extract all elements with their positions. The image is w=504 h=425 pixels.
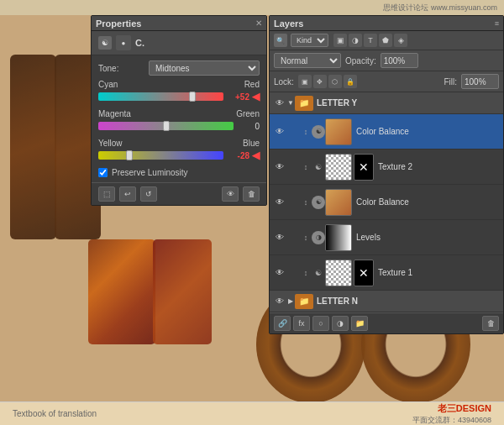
cyan-red-thumb[interactable] xyxy=(189,92,196,102)
footer-btn-3[interactable]: ↺ xyxy=(140,186,157,202)
layer-color-balance-2[interactable]: 👁 ↕ ☯ Color Balance xyxy=(270,185,503,220)
site-url: 思维设计论坛 www.missyuan.com xyxy=(383,3,497,13)
tex1-eye-icon[interactable]: 👁 xyxy=(273,266,286,280)
cyan-label: Cyan xyxy=(98,80,118,89)
lock-pixel-icon[interactable]: ▣ xyxy=(298,75,312,88)
layers-search-icon: 🔍 xyxy=(274,34,287,47)
cb2-link-icon: ↕ xyxy=(300,197,312,208)
cyan-red-value: +52 xyxy=(226,92,249,102)
magenta-label: Magenta xyxy=(98,109,131,118)
footer-btn-2[interactable]: ↩ xyxy=(119,186,136,202)
opacity-label: Opacity: xyxy=(345,56,376,66)
opacity-input[interactable] xyxy=(381,53,418,68)
filter-adjust-icon[interactable]: ◑ xyxy=(349,34,362,47)
lev-name: Levels xyxy=(356,233,500,242)
cb1-eye-icon[interactable]: 👁 xyxy=(273,125,286,139)
layers-mask-btn[interactable]: ○ xyxy=(312,316,329,331)
footer-btn-1[interactable]: ⬚ xyxy=(98,186,115,202)
cyan-red-track[interactable] xyxy=(98,92,223,101)
layers-adjustment-btn[interactable]: ◑ xyxy=(332,316,349,331)
layers-menu-icon[interactable]: ≡ xyxy=(495,19,499,28)
yellow-blue-arrow: ◀ xyxy=(252,150,260,161)
green-label: Green xyxy=(236,109,260,118)
layers-link-btn[interactable]: 🔗 xyxy=(274,316,291,331)
cb2-adjust-icon: ☯ xyxy=(312,196,325,209)
layer-levels[interactable]: 👁 ↕ ◑ Levels xyxy=(270,220,503,255)
magenta-green-value: 0 xyxy=(236,122,260,131)
properties-panel: Properties ✕ ☯ ● C. Tone: Midtones Cyan … xyxy=(91,15,267,206)
tone-label: Tone: xyxy=(98,64,144,73)
footer-btn-eye[interactable]: 👁 xyxy=(222,186,239,202)
properties-mode-icon: ● xyxy=(116,35,131,50)
cb2-name: Color Balance xyxy=(356,197,500,207)
footer-btn-trash[interactable]: 🗑 xyxy=(243,186,260,202)
blue-label: Blue xyxy=(243,139,260,148)
cb1-name: Color Balance xyxy=(356,127,500,136)
tone-select[interactable]: Midtones xyxy=(149,60,260,76)
layer-texture-2[interactable]: 👁 ↕ ☯ ✕ Texture 2 xyxy=(270,150,503,185)
yellow-label: Yellow xyxy=(98,139,123,148)
filter-icons-group: ▣ ◑ T ⬟ ◈ xyxy=(333,34,407,47)
filter-shape-icon[interactable]: ⬟ xyxy=(379,34,392,47)
tex1-type-icon: ☯ xyxy=(312,266,325,280)
yellow-blue-thumb[interactable] xyxy=(126,150,133,160)
layers-search-bar: 🔍 Kind ▣ ◑ T ⬟ ◈ xyxy=(270,31,503,50)
magenta-green-track[interactable] xyxy=(98,122,234,130)
layer-list: 👁 ▼ 📁 LETTER Y 👁 ↕ ☯ Color Balance 👁 ↕ ☯ xyxy=(270,92,503,312)
layer-group-letter-n[interactable]: 👁 ▶ 📁 LETTER N xyxy=(270,291,503,312)
layers-kind-select[interactable]: Kind xyxy=(291,34,328,47)
layers-title-controls: ≡ xyxy=(495,19,499,28)
properties-close-icon[interactable]: ✕ xyxy=(255,18,262,28)
tone-row: Tone: Midtones xyxy=(98,60,260,76)
lev-thumb xyxy=(325,224,352,251)
group-n-eye-icon[interactable]: 👁 xyxy=(273,295,286,308)
filter-type-icon[interactable]: T xyxy=(364,34,377,47)
layers-fx-btn[interactable]: fx xyxy=(293,316,310,331)
blend-mode-select[interactable]: Normal xyxy=(274,53,341,68)
tex1-link-icon: ↕ xyxy=(300,267,312,279)
properties-footer: ⬚ ↩ ↺ 👁 🗑 xyxy=(92,182,266,205)
tex2-eye-icon[interactable]: 👁 xyxy=(273,160,286,174)
fill-input[interactable] xyxy=(461,74,499,89)
layers-trash-btn[interactable]: 🗑 xyxy=(482,316,499,331)
layer-group-letter-y[interactable]: 👁 ▼ 📁 LETTER Y xyxy=(270,92,503,114)
cb1-thumb xyxy=(325,118,352,145)
lev-adjust-icon: ◑ xyxy=(312,231,325,244)
layer-color-balance-1[interactable]: 👁 ↕ ☯ Color Balance xyxy=(270,114,503,150)
layers-title: Layers xyxy=(274,18,303,29)
group-y-expand-icon[interactable]: ▼ xyxy=(286,99,295,107)
yellow-blue-row: Yellow Blue -28 ◀ xyxy=(98,139,260,161)
tex1-thumb xyxy=(325,260,352,286)
filter-smart-icon[interactable]: ◈ xyxy=(394,34,407,47)
layer-texture-1[interactable]: 👁 ↕ ☯ ✕ Texture 1 xyxy=(270,255,503,291)
yellow-blue-track[interactable] xyxy=(98,151,223,160)
lock-move-icon[interactable]: ✥ xyxy=(313,75,327,88)
layers-folder-btn[interactable]: 📁 xyxy=(351,316,368,331)
watermark-brand: 老三DESIGN xyxy=(438,402,491,415)
lock-artboard-icon[interactable]: ⬡ xyxy=(328,75,342,88)
lev-eye-icon[interactable]: 👁 xyxy=(273,231,286,244)
fill-label: Fill: xyxy=(444,77,457,87)
cb1-link-icon: ↕ xyxy=(300,126,312,138)
site-bar: 思维设计论坛 www.missyuan.com xyxy=(0,0,504,15)
magenta-green-row: Magenta Green 0 xyxy=(98,109,260,132)
preserve-checkbox[interactable] xyxy=(98,168,108,177)
properties-title: Properties xyxy=(96,18,141,29)
yellow-blue-slider-container: -28 ◀ xyxy=(98,150,260,161)
watermark-right: 老三DESIGN 平面交流群：43940608 xyxy=(412,402,491,426)
magenta-green-thumb[interactable] xyxy=(163,121,170,131)
tex2-type-icon: ☯ xyxy=(312,160,325,174)
tex2-name: Texture 2 xyxy=(378,162,500,171)
cb2-eye-icon[interactable]: 👁 xyxy=(273,196,286,209)
layers-lock-bar: Lock: ▣ ✥ ⬡ 🔒 Fill: xyxy=(270,71,503,92)
properties-titlebar: Properties ✕ xyxy=(92,16,266,31)
group-n-folder-icon: 📁 xyxy=(295,294,313,309)
lock-all-icon[interactable]: 🔒 xyxy=(344,75,357,88)
properties-header-icon: ☯ xyxy=(98,36,112,50)
group-y-eye-icon[interactable]: 👁 xyxy=(273,97,286,110)
filter-pixel-icon[interactable]: ▣ xyxy=(333,34,347,47)
red-label: Red xyxy=(244,80,260,89)
preserve-label: Preserve Luminosity xyxy=(112,168,188,177)
group-n-label: LETTER N xyxy=(317,296,358,306)
group-n-expand-icon[interactable]: ▶ xyxy=(286,297,295,305)
